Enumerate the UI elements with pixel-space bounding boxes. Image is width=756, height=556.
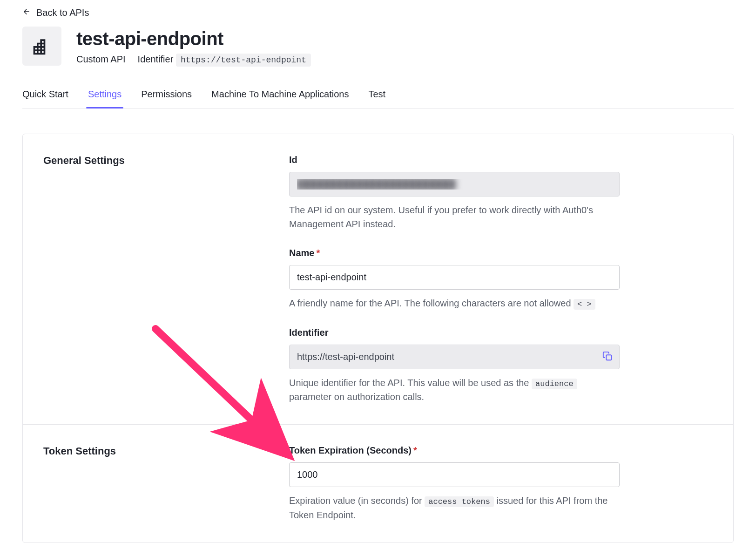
svg-rect-1 (606, 355, 611, 360)
required-indicator: * (316, 248, 320, 258)
help-id: The API id on our system. Useful if you … (289, 203, 620, 231)
tab-quick-start[interactable]: Quick Start (22, 84, 68, 108)
label-identifier: Identifier (289, 327, 620, 338)
code-chip-access-tokens: access tokens (425, 496, 494, 507)
api-header: test-api-endpoint Custom API Identifier … (22, 27, 734, 66)
tab-permissions[interactable]: Permissions (141, 84, 192, 108)
required-indicator: * (413, 445, 417, 455)
settings-card: General Settings Id The API id on our sy… (22, 134, 734, 543)
help-identifier: Unique identifier for the API. This valu… (289, 376, 620, 404)
field-id: Id The API id on our system. Useful if y… (289, 155, 620, 231)
page-title: test-api-endpoint (76, 28, 311, 49)
identifier-chip: https://test-api-endpoint (176, 54, 311, 67)
copy-icon (602, 351, 613, 363)
code-chip-forbidden-chars: < > (574, 299, 595, 310)
help-token-expiration: Expiration value (in seconds) for access… (289, 494, 620, 522)
section-general-settings: General Settings Id The API id on our sy… (23, 134, 733, 424)
input-token-expiration[interactable] (289, 462, 620, 487)
section-title-token: Token Settings (43, 445, 267, 522)
tabs: Quick Start Settings Permissions Machine… (22, 84, 734, 108)
arrow-left-icon (22, 7, 31, 18)
field-identifier: Identifier Unique identifier for the API… (289, 327, 620, 404)
tab-settings[interactable]: Settings (88, 84, 122, 108)
input-id[interactable] (289, 172, 620, 197)
api-icon (22, 27, 61, 66)
api-type-label: Custom API (76, 54, 126, 65)
identifier-label: Identifier (138, 54, 174, 64)
back-to-apis-link[interactable]: Back to APIs (22, 6, 89, 27)
label-id: Id (289, 155, 620, 165)
help-name: A friendly name for the API. The followi… (289, 296, 620, 311)
copy-identifier-button[interactable] (601, 350, 614, 363)
label-name: Name (289, 248, 314, 258)
input-name[interactable] (289, 265, 620, 290)
field-name: Name* A friendly name for the API. The f… (289, 248, 620, 311)
field-token-expiration: Token Expiration (Seconds)* Expiration v… (289, 445, 620, 522)
input-identifier[interactable] (289, 345, 620, 369)
tab-test[interactable]: Test (368, 84, 385, 108)
label-token-expiration: Token Expiration (Seconds) (289, 445, 412, 455)
tab-m2m-applications[interactable]: Machine To Machine Applications (211, 84, 349, 108)
back-link-label: Back to APIs (36, 7, 89, 18)
code-chip-audience: audience (532, 379, 577, 389)
section-title-general: General Settings (43, 155, 267, 404)
section-token-settings: Token Settings Token Expiration (Seconds… (23, 424, 733, 542)
